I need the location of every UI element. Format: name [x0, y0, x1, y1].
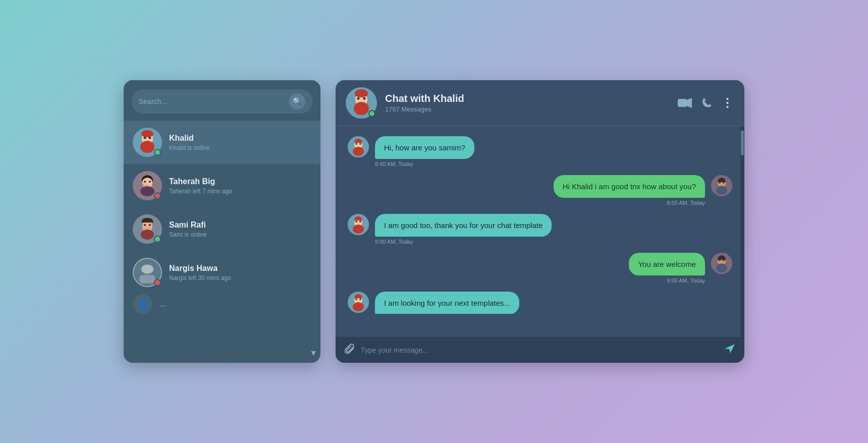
avatar-wrapper-nargis [133, 258, 162, 287]
svg-point-39 [353, 225, 364, 234]
msg-avatar-1 [348, 136, 369, 157]
msg-avatar-4 [711, 253, 732, 274]
msg-avatar-5 [348, 292, 369, 313]
attach-button[interactable] [345, 343, 355, 357]
right-panel: Chat with Khalid 1767 Messages ⋮ [336, 80, 744, 363]
more-options-button[interactable]: ⋮ [721, 97, 734, 109]
message-time-2: 8:55 AM, Today [667, 200, 705, 206]
svg-point-30 [355, 143, 357, 145]
chat-header-info: Chat with Khalid 1767 Messages [385, 93, 678, 113]
svg-point-2 [140, 141, 154, 153]
svg-point-9 [144, 181, 146, 183]
svg-rect-17 [141, 264, 153, 274]
message-row-3: I am good too, thank you for your chat t… [348, 214, 732, 245]
message-time-1: 8:40 AM, Today [375, 161, 474, 167]
search-input[interactable] [139, 97, 289, 105]
left-panel: 🔍 [124, 80, 320, 363]
more-icon: ⋮ [721, 97, 734, 109]
contact-info-unknown: ... [160, 300, 311, 309]
message-bubble-3: I am good too, thank you for your chat t… [375, 214, 552, 237]
search-button[interactable]: 🔍 [289, 93, 305, 109]
svg-point-13 [141, 230, 154, 240]
search-bar: 🔍 [124, 80, 320, 121]
svg-point-49 [353, 302, 364, 311]
contact-info-nargis: Nargis Hawa Nargis left 30 mins ago [169, 264, 311, 282]
search-input-wrapper: 🔍 [132, 89, 312, 114]
contact-info-khalid: Khalid Khalid is online [169, 134, 311, 151]
svg-point-40 [355, 220, 357, 223]
svg-point-22 [357, 97, 360, 100]
avatar-wrapper-khalid [133, 128, 162, 157]
contact-name-khalid: Khalid [169, 134, 311, 143]
contact-status-nargis: Nargis left 30 mins ago [169, 274, 311, 282]
contact-status-khalid: Khalid is online [169, 144, 311, 151]
svg-point-14 [144, 224, 146, 226]
contact-info-taherah: Taherah Big Taherah left 7 mins ago [169, 177, 311, 195]
contact-status-taherah: Taherah left 7 mins ago [169, 188, 311, 195]
video-call-button[interactable] [678, 98, 692, 108]
chat-header-avatar [346, 87, 377, 119]
messages-scrollbar-thumb[interactable] [741, 130, 744, 155]
contact-name-sami: Sami Rafi [169, 220, 311, 230]
chat-header: Chat with Khalid 1767 Messages ⋮ [336, 80, 744, 126]
contact-info-sami: Sami Rafi Sami is online [169, 220, 311, 238]
contact-list: Khalid Khalid is online [124, 121, 320, 363]
avatar-wrapper-sami [133, 214, 162, 244]
message-input[interactable] [361, 346, 718, 354]
input-area [336, 337, 744, 363]
phone-call-button[interactable] [701, 97, 712, 108]
status-dot-taherah [154, 192, 161, 199]
svg-point-15 [149, 224, 151, 226]
message-content-4: You are welcome 9:05 AM, Today [629, 253, 705, 284]
message-bubble-1: Hi, how are you samim? [375, 136, 474, 159]
svg-rect-18 [139, 275, 155, 284]
svg-point-31 [359, 143, 361, 145]
status-dot-khalid [154, 149, 161, 156]
contact-item-khalid[interactable]: Khalid Khalid is online [124, 121, 320, 164]
contact-status-sami: Sami is online [169, 231, 311, 238]
msg-avatar-2 [711, 175, 732, 196]
svg-point-24 [355, 89, 368, 97]
avatar-unknown: 👤 [133, 294, 153, 314]
chat-header-actions: ⋮ [678, 97, 734, 109]
msg-avatar-3 [348, 214, 369, 235]
messages-area[interactable]: Hi, how are you samim? 8:40 AM, Today [336, 126, 744, 337]
svg-point-34 [716, 186, 727, 195]
svg-point-10 [149, 181, 151, 183]
contact-item-unknown[interactable]: 👤 ... [124, 294, 320, 314]
message-row-2: Hi Khalid i am good tnx how about you? 8… [348, 175, 732, 206]
svg-point-51 [359, 298, 361, 300]
message-bubble-2: Hi Khalid i am good tnx how about you? [554, 175, 705, 198]
svg-point-21 [354, 102, 369, 115]
contact-name-unknown: ... [160, 300, 311, 309]
chat-title: Chat with Khalid [385, 93, 678, 104]
scroll-down-indicator: ▼ [309, 349, 317, 358]
message-content-3: I am good too, thank you for your chat t… [375, 214, 552, 245]
message-content-1: Hi, how are you samim? 8:40 AM, Today [375, 136, 474, 167]
message-bubble-5: I am looking for your next templates... [375, 292, 519, 314]
contact-name-nargis: Nargis Hawa [169, 264, 311, 273]
svg-point-29 [353, 147, 364, 156]
avatar-wrapper-taherah [133, 171, 162, 200]
contact-item-sami[interactable]: Sami Rafi Sami is online [124, 207, 320, 251]
svg-point-50 [355, 298, 357, 300]
search-icon: 🔍 [293, 97, 302, 106]
status-dot-nargis [154, 279, 161, 286]
svg-point-23 [363, 97, 366, 100]
svg-marker-26 [687, 98, 692, 108]
message-content-5: I am looking for your next templates... [375, 292, 519, 314]
message-bubble-4: You are welcome [629, 253, 705, 275]
contact-item-taherah[interactable]: Taherah Big Taherah left 7 mins ago [124, 164, 320, 207]
message-row-5: I am looking for your next templates... [348, 292, 732, 314]
status-dot-sami [154, 236, 161, 243]
message-content-2: Hi Khalid i am good tnx how about you? 8… [554, 175, 705, 206]
send-button[interactable] [724, 344, 735, 356]
chat-header-status-dot [368, 110, 375, 117]
contact-item-nargis[interactable]: Nargis Hawa Nargis left 30 mins ago [124, 251, 320, 294]
messages-scrollbar-track[interactable] [740, 126, 744, 337]
message-time-3: 9:00 AM, Today [375, 239, 552, 245]
message-row-1: Hi, how are you samim? 8:40 AM, Today [348, 136, 732, 167]
app-container: 🔍 [124, 80, 744, 363]
svg-point-8 [140, 186, 154, 196]
contact-name-taherah: Taherah Big [169, 177, 311, 186]
